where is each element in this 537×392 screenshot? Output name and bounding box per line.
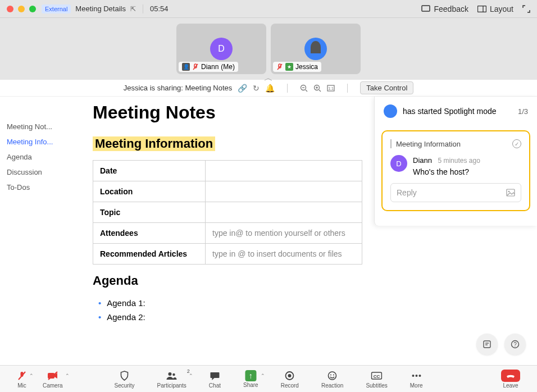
chevron-up-icon[interactable]: ⌃ [261, 373, 265, 379]
fit-icon[interactable]: 1:1 [327, 85, 335, 92]
comment-author: Diann [413, 156, 432, 165]
share-button[interactable]: ↑ Share ⌃ [238, 370, 264, 389]
traffic-lights [7, 6, 36, 12]
collapse-handle-icon[interactable]: ︿ [264, 72, 273, 84]
link-icon[interactable]: 🔗 [238, 84, 247, 93]
layout-icon [477, 6, 486, 12]
record-button[interactable]: Record [275, 370, 304, 389]
camera-button[interactable]: Camera ⌃ [37, 370, 69, 389]
agenda-list: Agenda 1: Agenda 2: [93, 296, 515, 324]
row-value[interactable] [206, 202, 362, 223]
cc-icon: CC [371, 370, 383, 382]
reply-input[interactable]: Reply [390, 183, 521, 202]
leave-button[interactable]: Leave [495, 370, 526, 389]
fullscreen-window-icon[interactable] [29, 6, 36, 12]
shield-icon [120, 370, 129, 382]
row-value[interactable] [206, 161, 362, 181]
help-fab[interactable]: ? [504, 334, 526, 355]
table-row: Topic [93, 202, 362, 223]
feedback-label: Feedback [434, 4, 468, 13]
doc-heading-agenda: Agenda [93, 274, 515, 288]
window-titlebar: External Meeting Details ⇱ 05:54 Feedbac… [0, 0, 537, 18]
chat-label: Chat [209, 382, 221, 389]
subtitles-label: Subtitles [366, 382, 387, 389]
notify-icon[interactable]: 🔔 [265, 84, 275, 93]
svg-point-23 [173, 373, 175, 375]
video-tile-area: D 👤 Diann (Me) ★ Jessica ︿ [0, 18, 537, 80]
user-icon: 👤 [182, 63, 190, 71]
record-label: Record [281, 382, 299, 389]
mic-label: Mic [17, 382, 26, 389]
avatar: D [210, 38, 233, 60]
zoom-in-icon[interactable] [313, 84, 321, 92]
share-label: Share [243, 382, 258, 388]
layout-button[interactable]: Layout [477, 4, 513, 13]
outline-sidebar: Meeting Not... Meeting Info... Agenda Di… [0, 97, 67, 365]
security-label: Security [114, 382, 134, 389]
comment-card[interactable]: Meeting Information ✓ D Diann 5 minutes … [381, 130, 530, 211]
outline-item[interactable]: To-Dos [7, 180, 67, 195]
video-tile-presenter[interactable]: ★ Jessica [271, 24, 361, 74]
outline-item[interactable]: Meeting Info... [7, 134, 67, 149]
row-value[interactable] [206, 181, 362, 202]
list-item[interactable]: Agenda 2: [93, 310, 515, 324]
mic-button[interactable]: Mic ⌃ [11, 370, 33, 389]
participants-label: Participants [157, 382, 186, 389]
floating-actions: ? [476, 334, 526, 355]
svg-rect-1 [477, 6, 486, 12]
chevron-up-icon[interactable]: ⌃ [189, 373, 193, 379]
security-button[interactable]: Security [108, 370, 140, 389]
list-item[interactable]: Agenda 1: [93, 296, 515, 310]
svg-point-33 [418, 375, 421, 377]
row-label: Attendees [93, 223, 206, 244]
svg-text:1:1: 1:1 [328, 86, 334, 90]
reaction-button[interactable]: Reaction [316, 370, 349, 389]
more-button[interactable]: More [404, 370, 429, 389]
popout-icon[interactable]: ⇱ [130, 5, 136, 13]
svg-point-31 [412, 375, 414, 377]
outline-item[interactable]: Agenda [7, 149, 67, 165]
expand-icon[interactable] [522, 5, 530, 13]
refresh-icon[interactable]: ↻ [253, 84, 260, 93]
resolve-icon[interactable]: ✓ [512, 139, 521, 148]
divider [287, 84, 288, 93]
layout-label: Layout [490, 4, 513, 13]
chevron-up-icon[interactable]: ⌃ [65, 373, 70, 379]
divider [143, 4, 143, 13]
table-row: Attendeestype in@ to mention yourself or… [93, 223, 362, 244]
record-icon [285, 370, 295, 382]
content-area: Meeting Not... Meeting Info... Agenda Di… [0, 97, 537, 365]
chevron-up-icon[interactable]: ⌃ [29, 373, 34, 379]
video-tile-self[interactable]: D 👤 Diann (Me) [176, 24, 266, 74]
spotlight-header: has started Spotlight mode 1/3 [375, 97, 537, 126]
row-placeholder[interactable]: type in@ to mention yourself or others [206, 223, 362, 244]
participants-button[interactable]: 2 Participants ⌃ [152, 370, 192, 389]
svg-rect-14 [484, 341, 490, 348]
more-label: More [410, 382, 423, 389]
table-row: Location [93, 181, 362, 202]
chat-button[interactable]: Chat [203, 370, 226, 389]
share-icon: ↑ [245, 370, 256, 381]
leave-label: Leave [503, 382, 518, 389]
svg-point-32 [415, 375, 417, 377]
image-icon[interactable] [506, 189, 515, 197]
divider [347, 84, 348, 93]
minimize-window-icon[interactable] [18, 6, 25, 12]
row-label: Topic [93, 202, 206, 223]
subtitles-button[interactable]: CC Subtitles [360, 370, 393, 389]
notes-fab[interactable] [476, 334, 498, 355]
comment-quote: Meeting Information ✓ [390, 139, 521, 148]
row-placeholder[interactable]: type in @ to insert documents or files [206, 244, 362, 265]
svg-point-13 [508, 191, 510, 193]
close-window-icon[interactable] [7, 6, 13, 12]
meeting-title: Meeting Details [75, 4, 126, 13]
outline-item[interactable]: Meeting Not... [7, 119, 67, 134]
feedback-button[interactable]: Feedback [421, 4, 468, 13]
outline-item[interactable]: Discussion [7, 165, 67, 180]
svg-point-27 [330, 374, 331, 375]
svg-rect-0 [422, 6, 430, 11]
zoom-out-icon[interactable] [300, 84, 308, 92]
spotlight-counter: 1/3 [518, 107, 528, 116]
take-control-button[interactable]: Take Control [360, 81, 413, 94]
external-badge: External [42, 4, 71, 13]
